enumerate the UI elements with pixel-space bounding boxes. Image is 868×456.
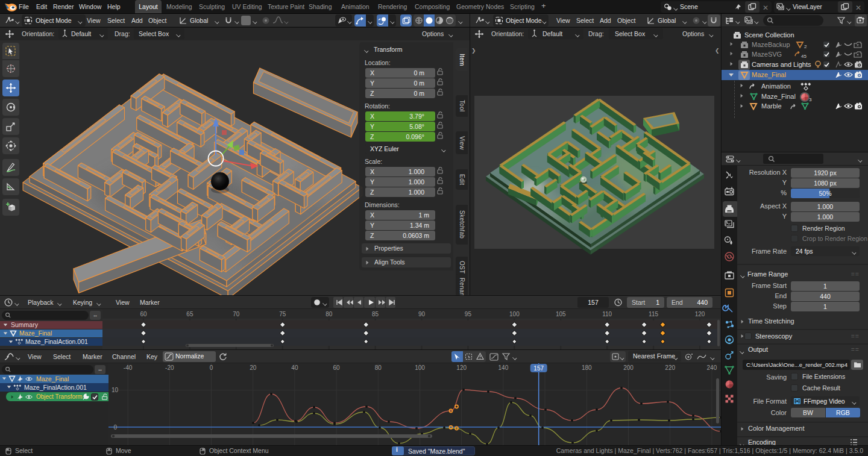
svg-text:90: 90 — [418, 311, 426, 317]
svg-text:100: 100 — [415, 364, 425, 371]
svg-text:60: 60 — [140, 311, 147, 317]
svg-text:40: 40 — [291, 364, 298, 371]
svg-text:200: 200 — [623, 364, 634, 371]
svg-text:105: 105 — [556, 311, 566, 317]
svg-text:10: 10 — [112, 387, 119, 393]
svg-text:65: 65 — [186, 311, 193, 317]
svg-text:70: 70 — [233, 311, 240, 317]
svg-text:95: 95 — [465, 311, 472, 317]
svg-text:120: 120 — [456, 364, 467, 371]
svg-text:0: 0 — [113, 424, 117, 431]
svg-text:45: 45 — [801, 54, 807, 58]
svg-text:85: 85 — [372, 311, 379, 317]
svg-text:110: 110 — [602, 311, 612, 317]
svg-text:-20: -20 — [165, 364, 174, 371]
svg-text:240: 240 — [707, 364, 717, 371]
svg-text:157: 157 — [533, 365, 544, 372]
svg-text:140: 140 — [498, 364, 509, 371]
svg-text:100: 100 — [509, 311, 520, 317]
svg-text:60: 60 — [333, 364, 341, 371]
svg-text:0: 0 — [210, 364, 213, 371]
svg-text:80: 80 — [375, 364, 382, 371]
svg-text:2: 2 — [804, 44, 807, 49]
svg-text:115: 115 — [649, 311, 658, 317]
svg-text:-40: -40 — [124, 364, 133, 371]
svg-text:20: 20 — [250, 364, 257, 371]
svg-text:80: 80 — [326, 311, 333, 317]
svg-text:180: 180 — [582, 364, 592, 371]
svg-text:75: 75 — [279, 311, 286, 317]
svg-text:220: 220 — [665, 364, 675, 371]
svg-text:120: 120 — [695, 311, 705, 317]
